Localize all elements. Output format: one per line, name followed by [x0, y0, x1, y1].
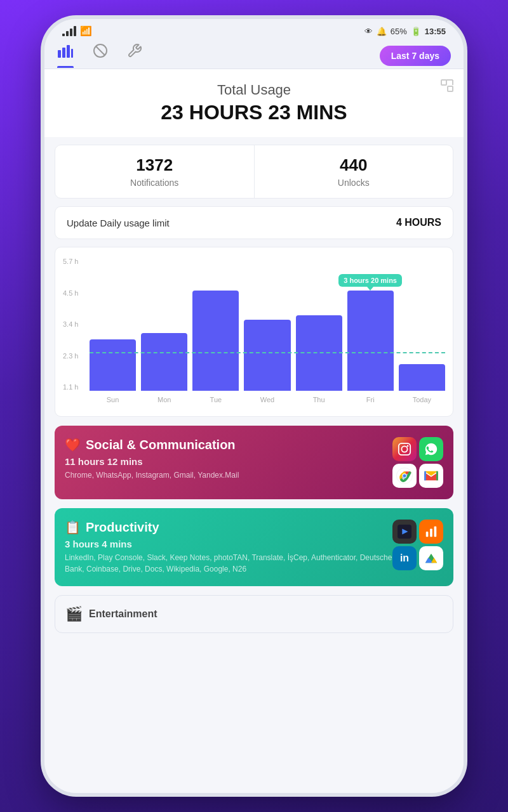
usage-limit-value: 4 HOURS: [396, 217, 441, 228]
productivity-category-card[interactable]: 📋 Productivity 3 hours 4 mins LinkedIn, …: [55, 508, 453, 586]
social-category-left: ❤️ Social & Communication 11 hours 12 mi…: [65, 437, 392, 481]
notifications-label: Notifications: [62, 178, 248, 188]
chart-bar-col-tue: [192, 258, 239, 391]
block-icon: [93, 43, 108, 62]
drive-icon: [419, 546, 443, 570]
productivity-category-left: 📋 Productivity 3 hours 4 mins LinkedIn, …: [65, 520, 392, 575]
status-left: 📶: [62, 25, 92, 37]
y-label-1: 1.1 h: [63, 383, 87, 391]
usage-limit-label: Update Daily usage limit: [67, 218, 170, 228]
productivity-title: Productivity: [86, 520, 159, 535]
tab-chart[interactable]: [57, 44, 74, 68]
chart-bar-mon: [141, 333, 187, 391]
battery-icon: 🔋: [411, 27, 421, 36]
y-label-4: 4.5 h: [63, 289, 87, 297]
expand-icon[interactable]: [441, 79, 453, 95]
stats-icon: [419, 520, 443, 544]
productivity-apps: LinkedIn, Play Console, Slack, Keep Note…: [65, 552, 392, 575]
chart-bar-today: [399, 364, 445, 391]
daily-limit-line: [90, 352, 445, 353]
productivity-app-icons: in: [392, 520, 443, 570]
social-title: Social & Communication: [86, 438, 236, 452]
chart-tooltip: 3 hours 20 mins: [338, 274, 402, 287]
tab-tools[interactable]: [127, 43, 142, 69]
svg-point-11: [401, 446, 407, 452]
main-content: Total Usage 23 HOURS 23 MINS 1372 Notifi…: [44, 69, 464, 793]
productivity-title-row: 📋 Productivity: [65, 520, 392, 535]
social-time: 11 hours 12 mins: [65, 456, 392, 467]
svg-rect-17: [424, 471, 426, 480]
notifications-count: 1372: [62, 155, 248, 175]
social-category-card[interactable]: ❤️ Social & Communication 11 hours 12 mi…: [55, 426, 453, 499]
whatsapp-icon: [419, 437, 443, 461]
chart-icon: [57, 44, 74, 62]
clock: 13:55: [425, 27, 446, 36]
unlocks-count: 440: [261, 155, 447, 175]
tools-icon: [127, 43, 142, 62]
signal-icon: [62, 26, 76, 36]
social-app-icons: [392, 437, 443, 488]
x-label-thu: Thu: [296, 392, 342, 410]
svg-rect-6: [441, 80, 446, 85]
period-button[interactable]: Last 7 days: [380, 46, 451, 66]
entertainment-category-partial[interactable]: 🎬 Entertainment: [55, 595, 453, 633]
chart-bar-fri: [347, 291, 394, 391]
productivity-emoji: 📋: [65, 520, 81, 535]
status-bar: 📶 👁 🔔 65% 🔋 13:55: [44, 19, 464, 39]
gmail-icon: [419, 464, 443, 488]
svg-rect-3: [71, 49, 73, 58]
svg-rect-1: [62, 48, 65, 58]
social-title-row: ❤️ Social & Communication: [65, 437, 392, 452]
social-emoji: ❤️: [65, 437, 81, 452]
notifications-stat: 1372 Notifications: [55, 145, 255, 198]
entertainment-title: Entertainment: [89, 608, 157, 620]
linkedin-icon: in: [392, 546, 417, 570]
x-label-tue: Tue: [192, 392, 239, 410]
y-label-2: 2.3 h: [63, 352, 87, 360]
unlocks-stat: 440 Unlocks: [255, 145, 453, 198]
svg-rect-18: [436, 471, 438, 480]
x-label-fri: Fri: [347, 392, 394, 410]
chart-y-labels: 5.7 h 4.5 h 3.4 h 2.3 h 1.1 h: [63, 258, 87, 391]
svg-rect-22: [430, 528, 432, 537]
chart-bar-col-sun: [90, 258, 136, 391]
play-console-icon: [392, 520, 417, 544]
wifi-icon: 📶: [80, 25, 92, 37]
stats-row: 1372 Notifications 440 Unlocks: [55, 145, 453, 199]
svg-rect-2: [67, 45, 70, 58]
eye-icon: 👁: [364, 27, 373, 36]
social-icon-stack: [392, 437, 443, 488]
chart-bar-sun: [90, 339, 136, 391]
unlocks-label: Unlocks: [261, 178, 447, 188]
chrome-icon: [392, 464, 417, 488]
svg-rect-23: [434, 527, 437, 537]
chart-section: 5.7 h 4.5 h 3.4 h 2.3 h 1.1 h 3 hours 20…: [55, 247, 453, 417]
status-right: 👁 🔔 65% 🔋 13:55: [364, 27, 446, 36]
y-label-3: 3.4 h: [63, 320, 87, 328]
total-usage-label: Total Usage: [57, 82, 451, 98]
svg-line-5: [96, 46, 105, 55]
chart-bar-wed: [244, 320, 290, 391]
chart-bar-col-today: [399, 258, 445, 391]
total-usage-section: Total Usage 23 HOURS 23 MINS: [44, 69, 464, 137]
chart-bar-col-wed: [244, 258, 290, 391]
x-label-wed: Wed: [244, 392, 290, 410]
usage-limit-row[interactable]: Update Daily usage limit 4 HOURS: [55, 206, 453, 239]
entertainment-emoji: 🎬: [65, 606, 83, 622]
productivity-time: 3 hours 4 mins: [65, 539, 392, 549]
productivity-icon-stack: in: [392, 520, 443, 570]
social-apps: Chrome, WhatsApp, Instagram, Gmail, Yand…: [65, 469, 392, 481]
tab-block[interactable]: [93, 43, 108, 69]
phone-frame: 📶 👁 🔔 65% 🔋 13:55: [44, 19, 464, 793]
y-label-5: 5.7 h: [63, 258, 87, 265]
chart-bar-col-thu: [296, 258, 342, 391]
svg-point-12: [407, 445, 409, 447]
chart-bar-col-mon: [141, 258, 187, 391]
x-label-sun: Sun: [90, 392, 136, 410]
x-label-today: Today: [399, 392, 445, 410]
tab-bar: Last 7 days: [44, 39, 464, 69]
svg-rect-7: [448, 86, 453, 91]
chart-bar-tue: [192, 291, 239, 391]
alarm-icon: 🔔: [377, 27, 387, 36]
chart-area: 5.7 h 4.5 h 3.4 h 2.3 h 1.1 h 3 hours 20…: [63, 258, 445, 410]
